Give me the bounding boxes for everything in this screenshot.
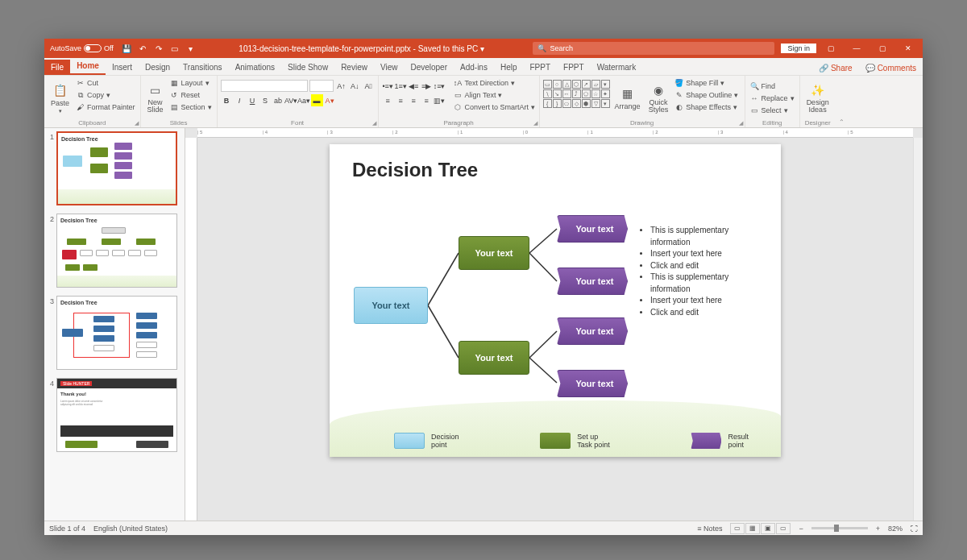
quick-styles-button[interactable]: ◉Quick Styles (645, 77, 672, 118)
tab-fppt1[interactable]: FPPT (524, 60, 558, 75)
decrease-font-icon[interactable]: A↓ (349, 80, 361, 92)
numbering-button[interactable]: 1≡▾ (395, 80, 407, 92)
shapes-gallery[interactable]: ▭○△⬡↗▱▾ ∖↘↔⤴⬠☆✦ {}⬭◇⬢▽▾ (543, 80, 610, 118)
tab-slideshow[interactable]: Slide Show (281, 60, 334, 75)
thumb-item[interactable]: 3 Decision Tree (46, 296, 183, 370)
underline-button[interactable]: U (247, 94, 259, 106)
canvas[interactable]: Decision Tree Your text Your text Your t… (197, 138, 913, 521)
thumb-item[interactable]: 2 Decision Tree (46, 214, 183, 288)
columns-button[interactable]: ▥▾ (434, 94, 446, 106)
indent-dec-button[interactable]: ◀≡ (408, 80, 420, 92)
font-size-select[interactable] (309, 80, 334, 92)
start-show-icon[interactable]: ▭ (169, 43, 181, 54)
tab-review[interactable]: Review (334, 60, 374, 75)
save-icon[interactable]: 💾 (121, 43, 132, 54)
format-painter-button[interactable]: 🖌Format Painter (74, 102, 137, 113)
align-center-button[interactable]: ≡ (395, 94, 407, 106)
normal-view-button[interactable]: ▭ (730, 523, 745, 534)
tab-view[interactable]: View (374, 60, 405, 75)
thumb-slide-4[interactable]: Slide HUNTER Thank you! Lorem ipsum dolo… (56, 378, 177, 452)
align-left-button[interactable]: ≡ (382, 94, 394, 106)
autosave-toggle[interactable]: AutoSave Off (48, 44, 116, 52)
thumb-slide-2[interactable]: Decision Tree (56, 214, 177, 288)
strike-button[interactable]: S (259, 94, 272, 106)
node-branch-1[interactable]: Your text (459, 236, 529, 270)
bold-button[interactable]: B (221, 94, 233, 106)
node-branch-2[interactable]: Your text (459, 341, 529, 375)
tab-addins[interactable]: Add-ins (454, 60, 494, 75)
bullet-list[interactable]: This is supplementary information Insert… (641, 225, 763, 318)
new-slide-button[interactable]: ▭ New Slide (144, 77, 167, 118)
slide-counter[interactable]: Slide 1 of 4 (49, 525, 85, 533)
tab-animations[interactable]: Animations (229, 60, 281, 75)
shape-outline-button[interactable]: ✎Shape Outline ▾ (673, 89, 740, 101)
share-button[interactable]: 🔗 Share (812, 61, 859, 75)
indent-inc-button[interactable]: ≡▶ (421, 80, 433, 92)
case-button[interactable]: Aa▾ (298, 94, 310, 106)
spacing-button[interactable]: AV▾ (285, 94, 297, 106)
reading-view-button[interactable]: ▣ (761, 523, 775, 534)
design-ideas-button[interactable]: ✨Design Ideas (803, 77, 832, 118)
search-box[interactable]: 🔍 Search (533, 42, 774, 55)
tab-fppt2[interactable]: FPPT (557, 60, 591, 75)
highlight-button[interactable]: ▬ (311, 94, 323, 106)
node-root[interactable]: Your text (354, 287, 428, 324)
tab-developer[interactable]: Developer (404, 60, 454, 75)
tab-transitions[interactable]: Transitions (176, 60, 229, 75)
italic-button[interactable]: I (234, 94, 246, 106)
thumb-item[interactable]: 1 Decision Tree (46, 131, 183, 205)
select-button[interactable]: ▭Select ▾ (749, 105, 796, 116)
launcher-paragraph[interactable]: ◢ (533, 120, 537, 127)
find-button[interactable]: 🔍Find (749, 81, 796, 92)
replace-button[interactable]: ↔Replace ▾ (749, 93, 796, 104)
redo-icon[interactable]: ↷ (153, 43, 164, 54)
copy-button[interactable]: ⧉Copy ▾ (74, 89, 137, 101)
launcher-drawing[interactable]: ◢ (739, 120, 743, 127)
launcher-font[interactable]: ◢ (372, 120, 376, 127)
align-text-button[interactable]: ▭Align Text ▾ (452, 89, 537, 101)
shape-fill-button[interactable]: 🪣Shape Fill ▾ (673, 77, 740, 89)
tab-file[interactable]: File (44, 60, 70, 75)
align-right-button[interactable]: ≡ (408, 94, 420, 106)
layout-button[interactable]: ▦Layout ▾ (168, 77, 214, 89)
collapse-ribbon-button[interactable]: ⌃ (836, 76, 849, 127)
node-leaf-4[interactable]: Your text (557, 370, 628, 397)
tab-design[interactable]: Design (139, 60, 176, 75)
justify-button[interactable]: ≡ (421, 94, 433, 106)
text-direction-button[interactable]: ↕AText Direction ▾ (452, 77, 537, 89)
sorter-view-button[interactable]: ▦ (745, 523, 760, 534)
minimize-button[interactable]: — (845, 41, 868, 56)
line-spacing-button[interactable]: ↕≡▾ (434, 80, 446, 92)
bullets-button[interactable]: •≡▾ (382, 80, 394, 92)
thumb-slide-1[interactable]: Decision Tree (56, 131, 177, 205)
clear-format-icon[interactable]: A⃠ (363, 80, 375, 92)
undo-icon[interactable]: ↶ (137, 43, 148, 54)
paste-button[interactable]: 📋 Paste▾ (48, 77, 73, 118)
close-button[interactable]: ✕ (897, 41, 919, 56)
comments-button[interactable]: 💬 Comments (859, 61, 923, 75)
ribbon-mode-icon[interactable]: ▢ (820, 41, 842, 56)
slide-title[interactable]: Decision Tree (352, 159, 478, 181)
zoom-out-button[interactable]: − (799, 525, 803, 533)
qat-dropdown-icon[interactable]: ▾ (185, 43, 197, 54)
font-color-button[interactable]: A▾ (324, 94, 336, 106)
tab-home[interactable]: Home (70, 58, 106, 75)
node-leaf-2[interactable]: Your text (557, 268, 628, 295)
notes-button[interactable]: ≡ Notes (697, 525, 722, 533)
zoom-slider[interactable] (811, 527, 868, 529)
arrange-button[interactable]: ▦Arrange (612, 77, 644, 118)
vertical-scrollbar[interactable] (913, 138, 923, 521)
tab-insert[interactable]: Insert (106, 60, 139, 75)
node-leaf-1[interactable]: Your text (557, 215, 628, 243)
reset-button[interactable]: ↺Reset (168, 89, 214, 101)
shape-effects-button[interactable]: ◐Shape Effects ▾ (673, 102, 740, 113)
thumb-item[interactable]: 4 Slide HUNTER Thank you! Lorem ipsum do… (46, 378, 183, 452)
tab-watermark[interactable]: Watermark (591, 60, 643, 75)
thumb-slide-3[interactable]: Decision Tree (56, 296, 177, 370)
font-family-select[interactable] (221, 80, 309, 92)
smartart-button[interactable]: ⬡Convert to SmartArt ▾ (452, 102, 537, 113)
node-leaf-3[interactable]: Your text (557, 317, 628, 345)
language[interactable]: English (United States) (93, 525, 168, 533)
cut-button[interactable]: ✂Cut (74, 77, 137, 89)
slide-canvas[interactable]: Decision Tree Your text Your text Your t… (330, 144, 781, 457)
